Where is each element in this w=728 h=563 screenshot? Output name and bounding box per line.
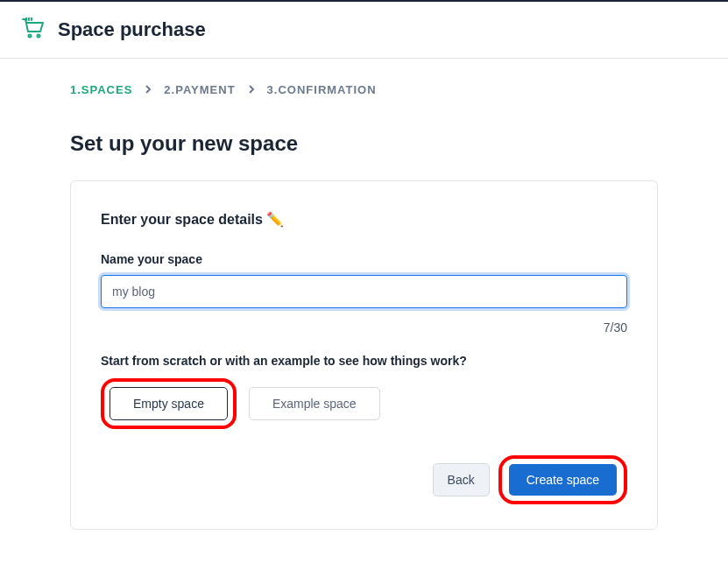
create-space-button[interactable]: Create space: [509, 464, 617, 496]
highlight-create-space: Create space: [498, 455, 627, 504]
example-space-button[interactable]: Example space: [249, 387, 380, 420]
highlight-empty-space: Empty space: [101, 378, 237, 429]
content-area: 1.SPACES 2.PAYMENT 3.CONFIRMATION Set up…: [0, 59, 728, 547]
back-button[interactable]: Back: [433, 463, 490, 496]
space-details-card: Enter your space details ✏️ Name your sp…: [70, 180, 658, 530]
chevron-right-icon: [145, 84, 152, 96]
svg-point-1: [38, 35, 40, 38]
svg-point-0: [29, 35, 32, 38]
page-header: Space purchase: [0, 2, 728, 59]
template-prompt-label: Start from scratch or with an example to…: [101, 354, 627, 368]
main-heading: Set up your new space: [70, 131, 658, 156]
breadcrumb-step-payment[interactable]: 2.PAYMENT: [164, 83, 235, 96]
card-title: Enter your space details ✏️: [101, 211, 627, 228]
breadcrumb: 1.SPACES 2.PAYMENT 3.CONFIRMATION: [70, 83, 658, 96]
empty-space-button[interactable]: Empty space: [110, 387, 228, 420]
name-field-label: Name your space: [101, 252, 627, 266]
space-name-input[interactable]: [101, 275, 627, 308]
template-options-row: Empty space Example space: [101, 378, 627, 429]
chevron-right-icon: [248, 84, 255, 96]
action-row: Back Create space: [101, 455, 627, 504]
char-counter: 7/30: [101, 320, 627, 334]
cart-icon: [21, 18, 46, 42]
page-title: Space purchase: [58, 18, 206, 41]
breadcrumb-step-spaces[interactable]: 1.SPACES: [70, 83, 132, 96]
breadcrumb-step-confirmation[interactable]: 3.CONFIRMATION: [267, 83, 377, 96]
